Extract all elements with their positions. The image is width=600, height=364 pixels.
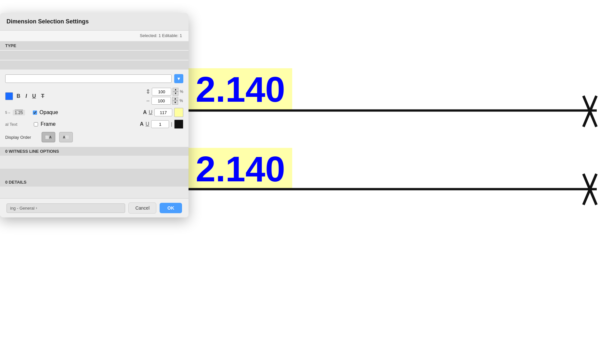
dialog-footer: ing - General › Cancel OK (0, 198, 189, 217)
type-bar-2 (0, 60, 189, 70)
display-order-back-button[interactable]: A⬜ (59, 132, 73, 142)
height-spinner: ▲ ▼ (173, 88, 178, 96)
order-back-icon: A⬜ (63, 136, 69, 139)
strikethrough-button[interactable]: T (40, 93, 46, 100)
settings-label: ing - General (10, 206, 34, 211)
height-icon: ⇕ (146, 88, 150, 95)
order-front-icon: ⬜A (45, 136, 51, 139)
details-section-content (0, 187, 189, 198)
height-input[interactable] (152, 88, 171, 96)
pipe-separator: | (171, 122, 172, 127)
opaque-checkbox[interactable] (33, 110, 37, 115)
dimension-settings-dialog: Dimension Selection Settings Selected: 1… (0, 13, 189, 217)
witness-section-bar: 0 WITNESS LINE OPTIONS (0, 147, 189, 156)
details-section-bar: 0 DETAILS (0, 178, 189, 187)
scale-pct-label: % (179, 98, 183, 103)
scale-icon: ↔ (146, 98, 150, 103)
type-dropdown-button[interactable]: ▼ (174, 74, 183, 83)
spacing-controls: ⇕ ▲ ▼ % ↔ ▲ ▼ % (146, 88, 183, 105)
height-down-arrow[interactable]: ▼ (173, 92, 178, 96)
frame-u-label: U (146, 121, 150, 127)
display-order-row: Display Order ⬜A A⬜ (5, 130, 183, 144)
ok-button[interactable]: OK (160, 203, 182, 213)
height-pct-label: % (180, 89, 183, 94)
overline-sample: 1.25 (13, 110, 25, 115)
text-color-swatch[interactable] (5, 92, 13, 100)
display-order-front-button[interactable]: ⬜A (42, 132, 55, 142)
overline-dash: 5 – (5, 110, 10, 114)
settings-chevron-icon: › (36, 206, 37, 210)
type-bar-1 (0, 51, 189, 60)
display-order-label: Display Order (5, 135, 38, 140)
frame-color-input[interactable] (151, 120, 169, 128)
frame-color-row: A U | (140, 120, 183, 129)
frame-row: al Text Frame A U | (5, 118, 183, 130)
optional-text-label: al Text (5, 122, 31, 127)
footer-left: ing - General › (7, 203, 125, 213)
text-color-input[interactable] (154, 109, 172, 116)
dialog-title: Dimension Selection Settings (7, 18, 89, 25)
opaque-label: Opaque (40, 110, 58, 115)
witness-section-content (0, 156, 189, 169)
frame-label: Frame (41, 121, 56, 127)
height-row: ⇕ ▲ ▼ % (146, 88, 183, 96)
chevron-down-icon: ▼ (176, 76, 181, 81)
text-a-label: A (143, 110, 147, 115)
scale-up-arrow[interactable]: ▲ (172, 97, 178, 101)
frame-checkbox[interactable] (34, 122, 38, 126)
cancel-button[interactable]: Cancel (128, 202, 156, 214)
scale-row: ↔ ▲ ▼ % (146, 97, 183, 105)
scale-input[interactable] (151, 97, 171, 105)
scale-spinner: ▲ ▼ (172, 97, 178, 105)
type-select-row: ▼ (5, 73, 183, 86)
text-color-row: A U (143, 108, 183, 117)
witness-bar-2 (0, 169, 189, 178)
frame-color-swatch[interactable] (174, 120, 183, 129)
type-select-input[interactable] (5, 74, 172, 83)
text-u-label: U (149, 110, 152, 115)
underline-button[interactable]: U (31, 93, 38, 100)
italic-button[interactable]: I (24, 93, 29, 100)
settings-link[interactable]: ing - General › (7, 203, 125, 213)
bold-button[interactable]: B (15, 93, 22, 100)
selected-info: Selected: 1 Editable: 1 (0, 31, 189, 41)
type-section-bar: TYPE (0, 41, 189, 50)
opaque-row: Opaque (33, 109, 58, 116)
scale-down-arrow[interactable]: ▼ (172, 101, 178, 105)
frame-a-label: A (140, 121, 144, 127)
highlight-color-swatch[interactable] (174, 108, 183, 117)
height-up-arrow[interactable]: ▲ (173, 88, 178, 92)
type-select-section: ▼ B I U T ⇕ ▲ ▼ (0, 70, 189, 147)
dialog-titlebar: Dimension Selection Settings (0, 13, 189, 31)
overline-row: 5 – 1.25 Opaque A U (5, 107, 183, 118)
format-row: B I U T ⇕ ▲ ▼ % ↔ (5, 86, 183, 107)
frame-checkbox-row: Frame (34, 120, 56, 128)
